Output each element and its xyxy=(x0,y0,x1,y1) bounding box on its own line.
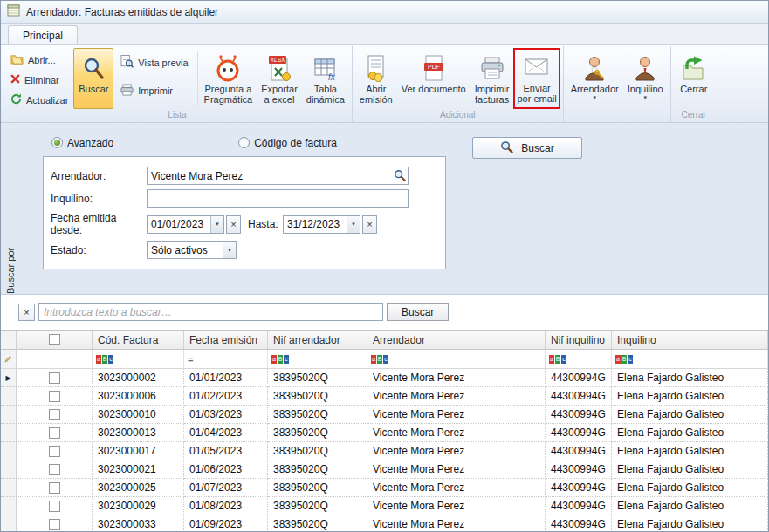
row-checkbox-cell[interactable] xyxy=(17,460,93,479)
delete-button[interactable]: Eliminar xyxy=(9,72,70,87)
pivot-table-button[interactable]: fx Tabla dinámica xyxy=(302,48,349,109)
filter-nif-inquilino[interactable]: aBc xyxy=(546,350,612,369)
row-checkbox[interactable] xyxy=(49,427,60,439)
cell-inquilino[interactable]: Elena Fajardo Galisteo xyxy=(612,369,768,387)
status-select[interactable]: Sólo activos ▼ xyxy=(147,241,237,259)
cell-nif-inquilino[interactable]: 44300994G xyxy=(546,515,612,532)
cell-inquilino[interactable]: Elena Fajardo Galisteo xyxy=(612,406,768,424)
cell-fecha-emision[interactable]: 01/04/2023 xyxy=(184,424,268,442)
cell-nif-inquilino[interactable]: 44300994G xyxy=(546,497,612,515)
filter-arrendador[interactable]: aBc xyxy=(367,350,546,369)
row-checkbox-cell[interactable] xyxy=(17,515,93,532)
filter-fecha-emision[interactable]: = xyxy=(184,350,268,369)
preview-button[interactable]: Vista previa xyxy=(119,55,189,70)
radio-avanzado[interactable]: Avanzado xyxy=(51,137,113,149)
tenant-field[interactable] xyxy=(147,189,409,208)
cell-nif-inquilino[interactable]: 44300994G xyxy=(546,424,612,442)
row-checkbox-cell[interactable] xyxy=(17,406,93,424)
column-header-fecha-emision[interactable]: Fecha emisión xyxy=(184,331,268,350)
date-from-dropdown-icon[interactable]: ▼ xyxy=(210,216,223,233)
cell-nif-inquilino[interactable]: 44300994G xyxy=(546,479,612,497)
cell-arrendador[interactable]: Vicente Mora Perez xyxy=(367,497,546,515)
row-checkbox-cell[interactable] xyxy=(17,479,93,497)
cell-fecha-emision[interactable]: 01/06/2023 xyxy=(184,460,268,479)
column-header-nif-arrendador[interactable]: Nif arrendador xyxy=(268,331,367,350)
table-row[interactable]: 3023000029 01/08/2023 38395020Q Vicente … xyxy=(1,497,768,515)
landlord-lookup-icon[interactable] xyxy=(394,169,406,185)
cell-inquilino[interactable]: Elena Fajardo Galisteo xyxy=(612,479,768,497)
cell-fecha-emision[interactable]: 01/01/2023 xyxy=(184,369,268,387)
cell-cod-factura[interactable]: 3023000017 xyxy=(93,442,184,460)
select-all-checkbox[interactable] xyxy=(49,334,60,345)
table-row[interactable]: 3023000010 01/03/2023 38395020Q Vicente … xyxy=(1,406,768,424)
cell-fecha-emision[interactable]: 01/02/2023 xyxy=(184,387,268,406)
row-checkbox-cell[interactable] xyxy=(17,442,93,460)
grid-search-input[interactable] xyxy=(38,303,383,321)
table-row[interactable]: 3023000017 01/05/2023 38395020Q Vicente … xyxy=(1,442,768,460)
table-row[interactable]: 3023000025 01/07/2023 38395020Q Vicente … xyxy=(1,479,768,497)
cell-nif-arrendador[interactable]: 38395020Q xyxy=(268,497,367,515)
status-dropdown-icon[interactable]: ▼ xyxy=(223,242,236,258)
cell-arrendador[interactable]: Vicente Mora Perez xyxy=(367,479,546,497)
cell-inquilino[interactable]: Elena Fajardo Galisteo xyxy=(612,387,768,406)
date-to-dropdown-icon[interactable]: ▼ xyxy=(347,216,360,233)
cell-nif-inquilino[interactable]: 44300994G xyxy=(546,406,612,424)
row-checkbox[interactable] xyxy=(49,501,60,512)
date-to-clear-button[interactable]: × xyxy=(362,215,377,234)
refresh-button[interactable]: Actualizar xyxy=(9,92,70,107)
column-header-cod-factura[interactable]: Cód. Factura xyxy=(93,331,184,350)
cell-fecha-emision[interactable]: 01/07/2023 xyxy=(184,479,268,497)
filter-nif-arrendador[interactable]: aBc xyxy=(268,350,367,369)
clear-filter-button[interactable]: × xyxy=(18,304,35,321)
cell-cod-factura[interactable]: 3023000029 xyxy=(93,497,184,515)
table-row[interactable]: ▶ 3023000002 01/01/2023 38395020Q Vicent… xyxy=(1,369,768,387)
grid-search-button[interactable]: Buscar xyxy=(387,303,449,321)
close-button[interactable]: Cerrar xyxy=(674,48,714,109)
column-header-arrendador[interactable]: Arrendador xyxy=(367,331,546,350)
cell-arrendador[interactable]: Vicente Mora Perez xyxy=(367,515,546,532)
date-to-field[interactable]: 31/12/2023 ▼ xyxy=(283,215,360,234)
row-checkbox-cell[interactable] xyxy=(17,497,93,515)
row-checkbox[interactable] xyxy=(49,446,60,457)
table-row[interactable]: 3023000033 01/09/2023 38395020Q Vicente … xyxy=(1,515,768,532)
cell-nif-inquilino[interactable]: 44300994G xyxy=(546,442,612,460)
print-invoices-button[interactable]: Imprimir facturas xyxy=(470,48,514,109)
cell-arrendador[interactable]: Vicente Mora Perez xyxy=(367,424,546,442)
open-issue-button[interactable]: Abrir emisión xyxy=(355,48,397,109)
cell-cod-factura[interactable]: 3023000025 xyxy=(93,479,184,497)
row-checkbox-cell[interactable] xyxy=(17,424,93,442)
row-checkbox[interactable] xyxy=(49,409,60,420)
cell-inquilino[interactable]: Elena Fajardo Galisteo xyxy=(612,497,768,515)
search-ribbon-button[interactable]: Buscar xyxy=(73,48,113,109)
cell-cod-factura[interactable]: 3023000010 xyxy=(93,406,184,424)
row-checkbox[interactable] xyxy=(49,464,60,475)
cell-fecha-emision[interactable]: 01/03/2023 xyxy=(184,406,268,424)
cell-nif-inquilino[interactable]: 44300994G xyxy=(546,369,612,387)
landlord-field[interactable] xyxy=(147,167,409,185)
print-button[interactable]: Imprimir xyxy=(119,83,189,98)
tenant-menu-button[interactable]: Inquilino ▼ xyxy=(623,48,668,109)
radio-avanzado-control[interactable] xyxy=(51,137,63,148)
date-from-clear-button[interactable]: × xyxy=(226,215,241,234)
open-button[interactable]: Abrir... xyxy=(9,52,70,67)
filter-inquilino[interactable]: aBc xyxy=(612,350,768,369)
column-header-inquilino[interactable]: Inquilino xyxy=(612,331,768,350)
ask-pragmatica-button[interactable]: Pregunta a Pragmática xyxy=(200,48,257,109)
row-checkbox[interactable] xyxy=(49,482,60,494)
cell-cod-factura[interactable]: 3023000013 xyxy=(93,424,184,442)
cell-nif-arrendador[interactable]: 38395020Q xyxy=(268,460,367,479)
cell-nif-arrendador[interactable]: 38395020Q xyxy=(268,387,367,406)
radio-codigo-control[interactable] xyxy=(238,137,250,148)
table-row[interactable]: 3023000013 01/04/2023 38395020Q Vicente … xyxy=(1,424,768,442)
date-from-field[interactable]: 01/01/2023 ▼ xyxy=(147,215,224,234)
filter-checkbox-cell[interactable] xyxy=(17,350,93,369)
cell-fecha-emision[interactable]: 01/09/2023 xyxy=(184,515,268,532)
cell-nif-arrendador[interactable]: 38395020Q xyxy=(268,479,367,497)
cell-nif-arrendador[interactable]: 38395020Q xyxy=(268,424,367,442)
row-checkbox[interactable] xyxy=(49,391,60,402)
cell-arrendador[interactable]: Vicente Mora Perez xyxy=(367,442,546,460)
cell-nif-arrendador[interactable]: 38395020Q xyxy=(268,369,367,387)
cell-fecha-emision[interactable]: 01/05/2023 xyxy=(184,442,268,460)
radio-codigo-factura[interactable]: Código de factura xyxy=(238,137,337,149)
cell-nif-arrendador[interactable]: 38395020Q xyxy=(268,442,367,460)
